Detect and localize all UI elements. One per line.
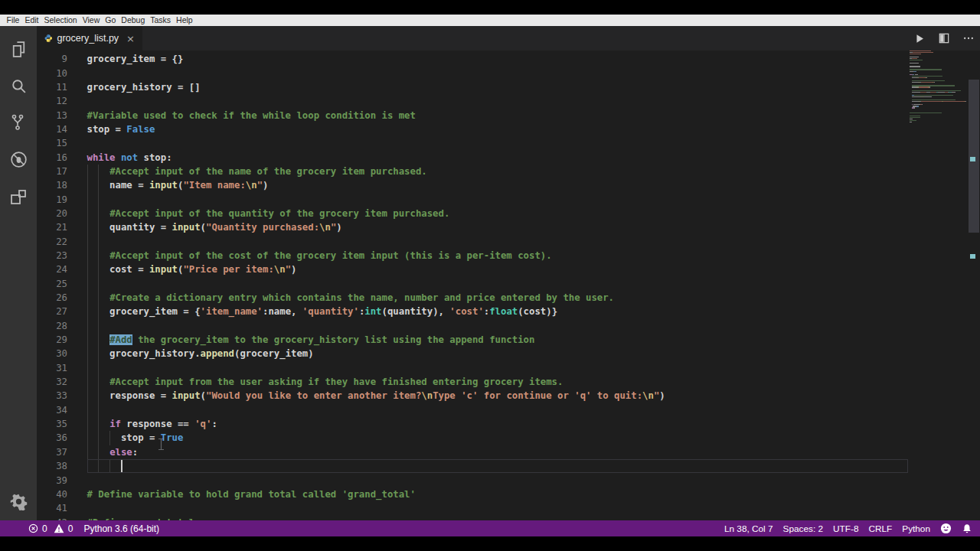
text-cursor [121, 460, 122, 472]
status-bar: 0 0 Python 3.6 (64-bit) Ln 38, Col 7 Spa… [0, 520, 980, 536]
menu-view[interactable]: View [80, 15, 103, 26]
line-number: 27 [37, 305, 67, 318]
code-line: if response == 'q': [87, 417, 217, 432]
overview-ruler-mark [970, 157, 975, 161]
line-number: 21 [37, 220, 67, 234]
code-line: #Add the grocery_item to the grocery_his… [87, 333, 535, 347]
editor-pane: grocery_list.py × 9101112131415161718192… [37, 26, 980, 520]
vertical-scrollbar[interactable] [968, 51, 980, 520]
code-line: cost = input("Price per item:\n") [87, 262, 297, 277]
line-number: 18 [37, 178, 67, 192]
code-line: stop = False [87, 122, 155, 137]
line-number: 23 [37, 249, 67, 262]
line-number: 11 [37, 80, 67, 94]
line-number: 12 [37, 94, 67, 108]
run-icon[interactable] [915, 34, 925, 44]
line-number: 14 [37, 122, 67, 136]
feedback-smiley-icon[interactable] [940, 523, 952, 534]
code-line: grocery_item = {'item_name':name, 'quant… [87, 305, 558, 319]
code-line: #Accept input of the quantity of the gro… [87, 207, 450, 221]
warnings-icon[interactable] [54, 523, 64, 533]
line-number: 38 [37, 459, 67, 473]
indentation[interactable]: Spaces: 2 [783, 523, 823, 534]
line-number: 24 [37, 262, 67, 276]
line-number: 22 [37, 235, 67, 249]
line-number: 25 [37, 277, 67, 291]
code-line: #Variable used to check if the while loo… [87, 109, 416, 123]
menu-file[interactable]: File [4, 15, 22, 26]
menu-bar: FileEditSelectionViewGoDebugTasksHelp [0, 15, 980, 26]
code-line: response = input("Would you like to ente… [87, 389, 665, 403]
notifications-bell-icon[interactable] [962, 523, 972, 534]
line-number: 17 [37, 165, 67, 178]
errors-icon[interactable] [28, 523, 38, 533]
search-icon[interactable] [0, 70, 37, 101]
letterbox-bottom [0, 536, 980, 551]
code-line: #Accept input of the cost of the grocery… [87, 249, 552, 263]
menu-help[interactable]: Help [174, 15, 196, 26]
line-number: 32 [37, 375, 67, 389]
line-number: 30 [37, 347, 67, 360]
code-line: #Create a dictionary entry which contain… [87, 291, 615, 305]
python-interpreter[interactable]: Python 3.6 (64-bit) [83, 523, 159, 534]
code-line: #Accept input of the name of the grocery… [87, 165, 427, 179]
eol-sequence[interactable]: CRLF [868, 523, 892, 534]
line-number: 13 [37, 109, 67, 122]
line-number: 33 [37, 389, 67, 403]
error-count[interactable]: 0 [42, 523, 47, 534]
line-number: 29 [37, 333, 67, 347]
minimap[interactable] [908, 51, 965, 520]
activity-bar [0, 26, 37, 520]
code-line: # Define variable to hold grand total ca… [87, 487, 416, 502]
warning-count[interactable]: 0 [68, 523, 74, 534]
scrollbar-thumb[interactable] [969, 80, 979, 233]
extensions-icon[interactable] [0, 182, 37, 213]
menu-edit[interactable]: Edit [22, 15, 41, 26]
line-number: 35 [37, 417, 67, 431]
tab-title: grocery_list.py [57, 33, 119, 44]
line-number: 19 [37, 193, 67, 207]
menu-debug[interactable]: Debug [119, 15, 148, 26]
code-line: quantity = input("Quantity purchased:\n"… [87, 220, 342, 235]
tab-grocery-list[interactable]: grocery_list.py × [37, 26, 142, 51]
split-editor-icon[interactable] [939, 33, 949, 44]
line-number: 37 [37, 445, 67, 459]
line-number: 41 [37, 501, 67, 515]
line-number: 40 [37, 487, 67, 501]
menu-tasks[interactable]: Tasks [148, 15, 174, 26]
code-line: stop = True [87, 431, 184, 445]
cursor-position[interactable]: Ln 38, Col 7 [724, 523, 773, 534]
encoding[interactable]: UTF-8 [833, 523, 858, 534]
menu-selection[interactable]: Selection [41, 15, 80, 26]
line-number: 34 [37, 403, 67, 417]
code-line: grocery_history = [] [87, 80, 201, 95]
code-editor[interactable]: 9101112131415161718192021222324252627282… [37, 51, 980, 520]
menu-go[interactable]: Go [103, 15, 119, 26]
mouse-ibeam-cursor [158, 438, 165, 451]
line-number: 16 [37, 151, 67, 165]
python-file-icon [44, 32, 53, 44]
explorer-icon[interactable] [0, 34, 37, 64]
code-line: name = input("Item name:\n") [87, 178, 269, 193]
line-number: 9 [37, 52, 67, 66]
code-line: grocery_history.append(grocery_item) [87, 347, 314, 361]
language-mode[interactable]: Python [902, 523, 930, 534]
code-line: #Accept input from the user asking if th… [87, 375, 564, 390]
line-number: 20 [37, 207, 67, 220]
current-line-highlight [87, 459, 909, 473]
line-number: 28 [37, 319, 67, 333]
more-actions-icon[interactable] [963, 33, 974, 44]
code-line: else: [87, 445, 139, 460]
line-number: 10 [37, 67, 67, 80]
debug-icon[interactable] [0, 144, 37, 174]
letterbox-top [0, 0, 980, 15]
settings-gear-icon[interactable] [0, 486, 37, 517]
source-control-icon[interactable] [0, 107, 37, 138]
line-number: 36 [37, 431, 67, 445]
line-number: 39 [37, 474, 67, 487]
code-line: grocery_item = {} [87, 52, 184, 67]
line-number: 31 [37, 361, 67, 375]
vscode-window: FileEditSelectionViewGoDebugTasksHelp gr… [0, 0, 980, 551]
tab-bar: grocery_list.py × [37, 26, 980, 51]
tab-close-icon[interactable]: × [126, 33, 135, 44]
